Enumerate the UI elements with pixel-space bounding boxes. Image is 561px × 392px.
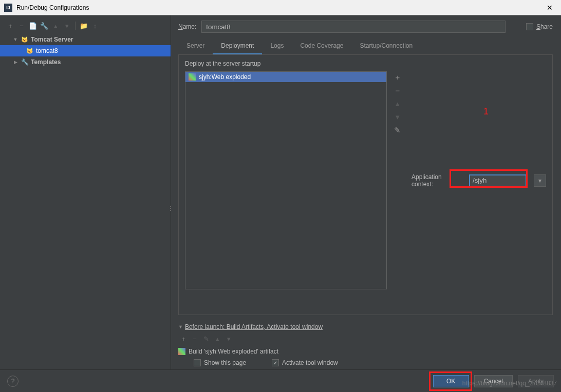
titlebar: IJ Run/Debug Configurations ✕ [0,0,561,15]
settings-icon[interactable]: 🔧 [39,21,49,31]
task-down-icon[interactable]: ▾ [223,334,234,344]
activate-window-label: Activate tool window [282,359,338,366]
tree-item-tomcat-server[interactable]: ▼ Tomcat Server [0,34,171,45]
help-icon[interactable]: ? [7,376,18,387]
share-checkbox[interactable]: Share [526,23,553,30]
edit-task-icon[interactable]: ✎ [201,334,211,344]
wrench-icon: 🔧 [21,58,29,66]
add-artifact-icon[interactable]: + [392,71,403,83]
close-icon[interactable]: ✕ [543,4,557,12]
window-title: Run/Debug Configurations [16,4,543,11]
resize-handle[interactable] [169,205,172,211]
show-page-checkbox[interactable]: Show this page [194,359,246,366]
deploy-section-label: Deploy at the server startup [185,60,546,67]
content-panel: Name: Share Server Deployment Logs Code … [171,15,561,369]
before-launch-header[interactable]: ▼ Before launch: Build Artifacts, Activa… [178,323,553,330]
tab-deployment[interactable]: Deployment [213,38,262,54]
before-launch-toolbar: + − ✎ ▴ ▾ [178,330,553,347]
before-launch-label: Before launch: Build Artifacts, Activate… [185,323,323,330]
collapse-icon[interactable]: ▼ [178,324,183,329]
deployment-panel: Deploy at the server startup sjyh:Web ex… [178,55,553,315]
artifact-item[interactable]: sjyh:Web exploded [185,72,386,82]
artifact-icon [189,73,196,81]
tomcat-icon [21,35,29,44]
checkbox-icon [194,359,201,366]
tab-startup-connection[interactable]: Startup/Connection [351,38,421,54]
name-input[interactable] [201,21,506,33]
build-artifact-icon [178,348,185,355]
tree-label: tomcat8 [36,47,58,54]
name-label: Name: [178,23,196,30]
tab-logs[interactable]: Logs [262,38,292,54]
context-dropdown-icon[interactable]: ▾ [534,174,546,187]
up-icon[interactable]: ▴ [50,21,61,31]
tree-item-tomcat8[interactable]: tomcat8 [0,45,171,56]
sidebar: + − 📄 🔧 ▴ ▾ 📁 ↕ ▼ Tomcat Server tomcat8 … [0,15,171,369]
activate-window-checkbox[interactable]: ✓ Activate tool window [272,359,338,366]
add-task-icon[interactable]: + [178,334,189,344]
add-icon[interactable]: + [5,21,15,31]
before-launch-section: ▼ Before launch: Build Artifacts, Activa… [178,323,553,369]
folder-icon[interactable]: 📁 [79,21,89,31]
down-icon[interactable]: ▾ [62,21,72,31]
checkbox-icon: ✓ [272,359,279,366]
app-icon: IJ [4,4,12,12]
application-context-input[interactable] [469,174,527,187]
tree-label: Templates [31,58,61,66]
watermark: https://blog.csdn.net/qq_27348837 [462,380,557,387]
expand-icon[interactable]: ▼ [12,37,18,42]
sort-icon[interactable]: ↕ [90,21,100,31]
copy-icon[interactable]: 📄 [28,21,38,31]
before-launch-task[interactable]: Build 'sjyh:Web exploded' artifact [178,347,553,356]
tab-server[interactable]: Server [178,38,213,54]
tabs: Server Deployment Logs Code Coverage Sta… [178,38,553,55]
remove-task-icon[interactable]: − [190,334,200,344]
share-label: Share [536,23,553,30]
move-up-icon[interactable]: ▴ [392,98,403,109]
tree-item-templates[interactable]: ▶ 🔧 Templates [0,56,171,68]
task-label: Build 'sjyh:Web exploded' artifact [189,348,278,355]
artifact-list[interactable]: sjyh:Web exploded [185,71,387,289]
expand-icon[interactable]: ▶ [12,60,18,65]
sidebar-toolbar: + − 📄 🔧 ▴ ▾ 📁 ↕ [0,18,171,33]
task-up-icon[interactable]: ▴ [212,334,222,344]
tomcat-icon [26,47,34,55]
config-tree: ▼ Tomcat Server tomcat8 ▶ 🔧 Templates [0,33,171,69]
annotation-1: 1 [483,106,489,117]
show-page-label: Show this page [204,359,246,366]
remove-icon[interactable]: − [16,21,27,31]
context-label: Application context: [412,173,465,188]
edit-icon[interactable]: ✎ [392,125,403,136]
artifact-label: sjyh:Web exploded [199,73,251,81]
checkbox-icon [526,23,533,30]
move-down-icon[interactable]: ▾ [392,111,403,123]
tab-code-coverage[interactable]: Code Coverage [292,38,351,54]
artifact-toolbar: + − ▴ ▾ ✎ [392,71,403,289]
remove-artifact-icon[interactable]: − [392,85,403,96]
tree-label: Tomcat Server [31,36,73,43]
